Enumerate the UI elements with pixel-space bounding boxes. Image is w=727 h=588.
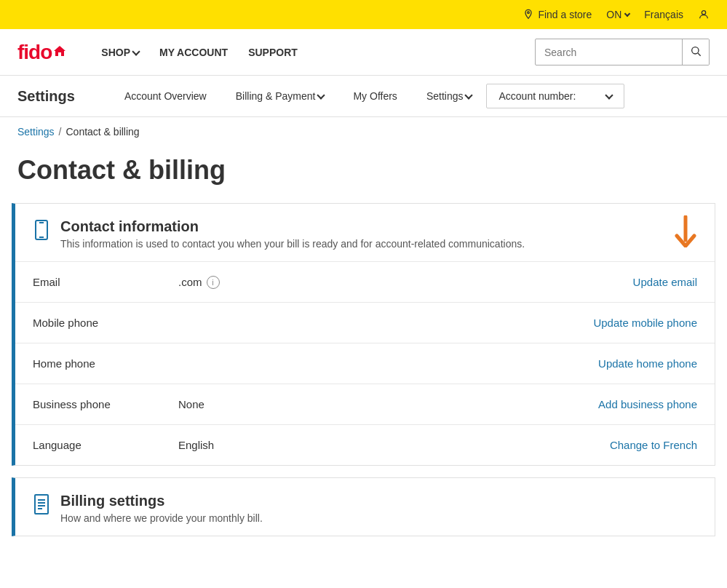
tab-my-offers[interactable]: My Offers	[338, 77, 411, 115]
region-label: ON	[606, 9, 621, 20]
contact-info-header: Contact information This information is …	[15, 204, 715, 261]
email-row: Email .com i Update email	[15, 261, 715, 302]
account-dropdown-chevron-icon	[605, 91, 613, 99]
language-toggle[interactable]: Français	[644, 9, 683, 20]
add-business-phone-action: Add business phone	[598, 398, 697, 411]
tab-account-overview[interactable]: Account Overview	[110, 77, 221, 115]
email-label: Email	[33, 276, 178, 288]
home-icon	[53, 45, 66, 57]
change-to-french-link[interactable]: Change to French	[610, 439, 697, 451]
logo-text: fido	[17, 41, 52, 64]
business-phone-label: Business phone	[33, 398, 178, 410]
nav-links: SHOP MY ACCOUNT SUPPORT	[101, 47, 512, 58]
search-bar	[535, 39, 710, 65]
search-input[interactable]	[536, 41, 682, 64]
update-email-action: Update email	[633, 276, 697, 289]
change-language-action: Change to French	[610, 439, 697, 452]
billing-title-group: Billing settings How and where we provid…	[60, 493, 697, 524]
account-number-label: Account number:	[498, 90, 576, 102]
update-home-phone-link[interactable]: Update home phone	[598, 357, 697, 370]
email-value: .com i	[178, 276, 633, 289]
arrow-down-indicator	[674, 215, 697, 250]
chevron-down-icon	[624, 11, 630, 17]
add-business-phone-link[interactable]: Add business phone	[598, 398, 697, 410]
down-arrow-icon	[674, 215, 697, 247]
email-info-icon[interactable]: i	[207, 276, 220, 289]
page-title-area: Contact & billing	[0, 146, 727, 203]
page-title: Contact & billing	[17, 155, 710, 186]
user-icon	[698, 9, 710, 20]
language-value: English	[178, 439, 610, 451]
account-number-dropdown[interactable]: Account number:	[486, 84, 624, 108]
content-area: Contact information This information is …	[0, 203, 727, 571]
nav-bar: fido SHOP MY ACCOUNT SUPPORT	[0, 29, 727, 76]
settings-nav: Account Overview Billing & Payment My Of…	[110, 77, 487, 115]
business-phone-value: None	[178, 398, 598, 410]
update-email-link[interactable]: Update email	[633, 276, 697, 288]
language-label: Language	[33, 439, 178, 451]
account-icon-btn[interactable]	[698, 9, 710, 20]
search-icon	[690, 45, 702, 57]
update-mobile-phone-link[interactable]: Update mobile phone	[593, 317, 697, 329]
billing-settings-card: Billing settings How and where we provid…	[12, 477, 715, 536]
find-store-text: Find a store	[538, 9, 592, 20]
contact-section-subtitle: This information is used to contact you …	[60, 238, 697, 250]
tab-settings[interactable]: Settings	[412, 77, 487, 115]
shop-chevron-icon	[132, 47, 140, 55]
breadcrumb: Settings / Contact & billing	[0, 117, 727, 146]
mobile-phone-row: Mobile phone Update mobile phone	[15, 302, 715, 343]
my-account-nav-link[interactable]: MY ACCOUNT	[159, 47, 228, 58]
document-icon	[33, 494, 50, 517]
contact-section-title: Contact information	[60, 218, 697, 235]
support-nav-link[interactable]: SUPPORT	[248, 47, 298, 58]
svg-line-4	[698, 53, 701, 56]
update-mobile-phone-action: Update mobile phone	[593, 317, 697, 330]
tab-billing-payment[interactable]: Billing & Payment	[221, 77, 339, 115]
location-icon	[523, 9, 534, 20]
business-phone-row: Business phone None Add business phone	[15, 384, 715, 424]
find-store-link[interactable]: Find a store	[523, 9, 592, 20]
home-phone-row: Home phone Update home phone	[15, 343, 715, 384]
settings-chevron-icon	[465, 91, 473, 99]
billing-section-title: Billing settings	[60, 493, 697, 509]
home-phone-label: Home phone	[33, 357, 178, 370]
billing-settings-header: Billing settings How and where we provid…	[15, 478, 715, 536]
contact-title-group: Contact information This information is …	[60, 218, 697, 250]
mobile-phone-label: Mobile phone	[33, 317, 178, 329]
svg-point-0	[528, 12, 530, 14]
svg-marker-2	[54, 46, 65, 56]
top-bar: Find a store ON Français	[0, 0, 727, 29]
billing-section-subtitle: How and where we provide your monthly bi…	[60, 512, 697, 524]
update-home-phone-action: Update home phone	[598, 357, 697, 370]
breadcrumb-current: Contact & billing	[65, 126, 139, 138]
settings-title-bar: Settings Account Overview Billing & Paym…	[17, 76, 624, 116]
billing-chevron-icon	[317, 91, 325, 99]
contact-information-card: Contact information This information is …	[12, 203, 715, 466]
settings-page-title: Settings	[17, 88, 75, 105]
svg-point-3	[692, 47, 699, 54]
language-label: Français	[644, 9, 683, 20]
mobile-device-icon	[33, 220, 50, 243]
svg-point-1	[702, 11, 705, 15]
region-selector[interactable]: ON	[606, 9, 629, 20]
breadcrumb-settings-link[interactable]: Settings	[17, 126, 55, 138]
svg-rect-8	[35, 495, 48, 514]
language-row: Language English Change to French	[15, 424, 715, 465]
shop-nav-link[interactable]: SHOP	[101, 47, 139, 58]
settings-header: Settings Account Overview Billing & Paym…	[0, 76, 727, 117]
breadcrumb-separator: /	[59, 126, 62, 138]
search-button[interactable]	[682, 39, 709, 65]
logo[interactable]: fido	[17, 41, 66, 64]
